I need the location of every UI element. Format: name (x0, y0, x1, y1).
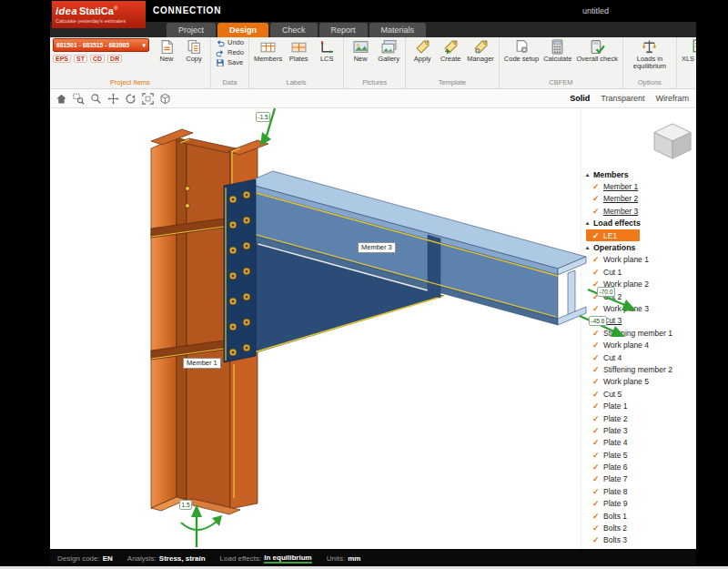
tree-item-member-2[interactable]: ✓Member 2 (584, 193, 696, 205)
check-icon[interactable]: ✓ (592, 365, 601, 374)
calculate-button[interactable]: Calculate (541, 38, 573, 64)
check-icon[interactable]: ✓ (592, 182, 601, 191)
xls-import-button[interactable]: XXLS Import (680, 38, 696, 64)
tree-item-cut-5[interactable]: ✓Cut 5 (584, 388, 696, 400)
tab-materials[interactable]: Materials (369, 23, 427, 37)
code-chip-cd[interactable]: CD (90, 55, 105, 63)
copy-button[interactable]: Copy (180, 38, 207, 64)
check-icon[interactable]: ✓ (592, 304, 601, 313)
loads-in-equilibrium-button[interactable]: Loads in equilibrium (626, 38, 673, 72)
tab-project[interactable]: Project (167, 23, 216, 37)
view-mode-wirefram[interactable]: Wirefram (656, 94, 690, 103)
tree-section-members[interactable]: ▲Members (584, 168, 696, 180)
check-icon[interactable]: ✓ (592, 512, 601, 521)
check-icon[interactable]: ✓ (592, 451, 601, 460)
load-value-bottom[interactable]: 1.5 (179, 500, 192, 510)
redo-button[interactable]: Redo (214, 48, 246, 57)
collapse-icon[interactable]: ▲ (584, 172, 591, 178)
check-icon[interactable]: ✓ (592, 499, 601, 508)
tree-item-plate-7[interactable]: ✓Plate 7 (584, 473, 696, 485)
tree-item-plate-2[interactable]: ✓Plate 2 (584, 412, 696, 424)
tree-item-plate-5[interactable]: ✓Plate 5 (584, 449, 696, 461)
view-mode-solid[interactable]: Solid (570, 94, 590, 103)
check-icon[interactable]: ✓ (592, 438, 601, 447)
tree-item-member-1[interactable]: ✓Member 1 (584, 180, 696, 192)
new-button[interactable]: New (153, 38, 180, 64)
member1-label[interactable]: Member 1 (183, 358, 221, 369)
fit-button[interactable] (140, 91, 155, 106)
manager-button[interactable]: Manager (465, 38, 496, 64)
tree-item-work-plane-1[interactable]: ✓Work plane 1 (584, 254, 696, 266)
tree-item-bolts-2[interactable]: ✓Bolts 2 (584, 522, 696, 533)
tree-item-bolts-1[interactable]: ✓Bolts 1 (584, 510, 696, 522)
check-icon[interactable]: ✓ (592, 414, 601, 423)
code-setup-button[interactable]: Code setup (502, 38, 541, 64)
overall-check-button[interactable]: Overall check (574, 38, 619, 64)
check-icon[interactable]: ✓ (592, 255, 601, 264)
tree-item-plate-1[interactable]: ✓Plate 1 (584, 400, 696, 412)
rotate-button[interactable] (123, 91, 137, 106)
plates-button[interactable]: Plates (285, 38, 312, 64)
check-icon[interactable]: ✓ (592, 377, 601, 386)
tree-item-bolts-3[interactable]: ✓Bolts 3 (584, 534, 696, 546)
check-icon[interactable]: ✓ (592, 268, 601, 277)
code-chip-dr[interactable]: DR (107, 55, 122, 63)
load-value-right-lower[interactable]: -45.6 (589, 316, 607, 326)
collapse-icon[interactable]: ▲ (584, 245, 591, 250)
view-mode-transparent[interactable]: Transparent (601, 94, 644, 103)
tree-item-plate-9[interactable]: ✓Plate 9 (584, 498, 696, 510)
tree-section-operations[interactable]: ▲Operations (584, 241, 696, 253)
new-button[interactable]: New (347, 38, 374, 64)
tree-item-cut-1[interactable]: ✓Cut 1 (584, 266, 696, 278)
code-chip-eps[interactable]: EPS (53, 55, 71, 63)
home-button[interactable] (54, 91, 68, 106)
check-icon[interactable]: ✓ (592, 401, 601, 411)
tree-item-le1[interactable]: ✓LE1 (586, 229, 640, 241)
check-icon[interactable]: ✓ (592, 462, 601, 472)
check-icon[interactable]: ✓ (592, 535, 601, 544)
tree-item-plate-3[interactable]: ✓Plate 3 (584, 424, 696, 436)
gallery-button[interactable]: Gallery (375, 38, 402, 64)
check-icon[interactable]: ✓ (592, 353, 601, 362)
create-button[interactable]: Create (437, 38, 464, 64)
members-button[interactable]: Members (252, 38, 284, 64)
apply-button[interactable]: Apply (409, 38, 436, 64)
check-icon[interactable]: ✓ (592, 207, 601, 216)
check-icon[interactable]: ✓ (592, 340, 601, 350)
zoom-window-button[interactable] (71, 91, 86, 106)
tab-design[interactable]: Design (217, 23, 268, 37)
check-icon[interactable]: ✓ (592, 390, 601, 399)
check-icon[interactable]: ✓ (592, 329, 601, 338)
collapse-icon[interactable]: ▲ (584, 220, 591, 226)
tree-item-plate-4[interactable]: ✓Plate 4 (584, 437, 696, 449)
check-icon[interactable]: ✓ (592, 474, 601, 483)
tree-item-stiffening-member-2[interactable]: ✓Stiffening member 2 (584, 363, 696, 375)
member3-label[interactable]: Member 3 (358, 242, 396, 253)
project-items-dropdown[interactable]: 681501 - 683515 - 683985 ▾ (53, 38, 149, 52)
tree-item-cut-4[interactable]: ✓Cut 4 (584, 351, 696, 363)
tree-item-member-3[interactable]: ✓Member 3 (584, 205, 696, 217)
check-icon[interactable]: ✓ (592, 426, 601, 435)
check-icon[interactable]: ✓ (592, 231, 601, 240)
check-icon[interactable]: ✓ (592, 487, 601, 496)
code-chip-st[interactable]: ST (74, 55, 87, 63)
navigation-cube[interactable] (652, 122, 693, 160)
check-icon[interactable]: ✓ (592, 194, 601, 203)
zoom-button[interactable] (88, 91, 103, 106)
check-icon[interactable]: ✓ (592, 523, 601, 533)
tree-item-plate-8[interactable]: ✓Plate 8 (584, 485, 696, 497)
lcs-button[interactable]: LCS (313, 38, 340, 64)
tree-item-work-plane-3[interactable]: ✓Work plane 3 (584, 302, 696, 314)
3d-viewport[interactable]: Member 3 Member 1 -1.5 -70.0 -45.6 1.5 (50, 108, 581, 549)
tree-item-stiffening-member-1[interactable]: ✓Stiffening member 1 (584, 327, 696, 339)
load-value-right-upper[interactable]: -70.0 (597, 287, 615, 297)
save-button[interactable]: Save (214, 58, 245, 67)
tab-check[interactable]: Check (270, 23, 318, 37)
iso-button[interactable] (157, 91, 172, 106)
undo-button[interactable]: Undo (214, 38, 246, 47)
tree-item-work-plane-5[interactable]: ✓Work plane 5 (584, 376, 696, 388)
tree-item-work-plane-4[interactable]: ✓Work plane 4 (584, 339, 696, 351)
tree-item-plate-6[interactable]: ✓Plate 6 (584, 461, 696, 472)
load-value-top[interactable]: -1.5 (256, 112, 270, 122)
tree-section-load-effects[interactable]: ▲Load effects (584, 218, 696, 229)
